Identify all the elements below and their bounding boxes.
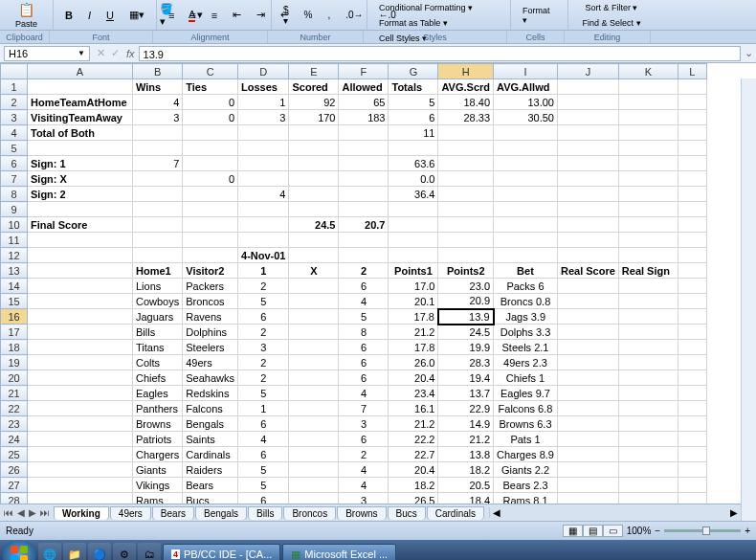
cell-E12[interactable]	[289, 248, 339, 263]
cell-B8[interactable]	[133, 187, 183, 202]
cell-C27[interactable]: Bears	[183, 478, 238, 493]
start-button[interactable]	[2, 541, 36, 560]
cell-E6[interactable]	[289, 156, 339, 171]
cell-C21[interactable]: Redskins	[183, 386, 238, 401]
cell-A5[interactable]	[28, 141, 133, 156]
cell-L7[interactable]	[678, 171, 706, 187]
percent-button[interactable]: %	[298, 7, 320, 23]
cell-F18[interactable]: 6	[339, 340, 389, 355]
cell-C25[interactable]: Cardinals	[183, 447, 238, 462]
taskbar-app-icon[interactable]: ⚙	[113, 543, 136, 560]
col-header-E[interactable]: E	[289, 64, 339, 79]
cell-E17[interactable]	[289, 325, 339, 340]
cell-C12[interactable]	[183, 248, 238, 263]
cell-F13[interactable]: 2	[339, 263, 389, 279]
cell-D26[interactable]: 5	[238, 462, 289, 478]
cell-A22[interactable]	[28, 401, 133, 416]
align-center-button[interactable]: ≡	[183, 7, 202, 24]
cell-B17[interactable]: Bills	[133, 325, 183, 340]
cell-K17[interactable]	[618, 325, 678, 340]
cell-I16[interactable]: Jags 3.9	[494, 309, 558, 325]
cell-K27[interactable]	[618, 478, 678, 493]
row-header-12[interactable]: 12	[1, 248, 28, 263]
sheet-tab-bills[interactable]: Bills	[248, 506, 282, 520]
cell-A1[interactable]	[28, 79, 133, 95]
sheet-tab-broncos[interactable]: Broncos	[283, 506, 336, 520]
cell-E25[interactable]	[289, 447, 339, 462]
format-button[interactable]: Format ▾	[516, 3, 563, 28]
cell-I18[interactable]: Steels 2.1	[494, 340, 558, 355]
cell-I15[interactable]: Broncs 0.8	[494, 294, 558, 309]
sheet-tab-bengals[interactable]: Bengals	[195, 506, 247, 520]
cell-H5[interactable]	[438, 141, 494, 156]
tab-next-icon[interactable]: ▶	[27, 507, 38, 518]
cell-A24[interactable]	[28, 432, 133, 447]
formula-input[interactable]: 13.9	[139, 46, 741, 61]
cell-F3[interactable]: 183	[339, 110, 389, 125]
cell-C7[interactable]: 0	[183, 171, 238, 187]
cell-H7[interactable]	[438, 171, 494, 187]
cell-I17[interactable]: Dolphs 3.3	[494, 325, 558, 340]
cell-H13[interactable]: Points2	[438, 263, 494, 279]
cell-F2[interactable]: 65	[339, 95, 389, 110]
sheet-tab-bucs[interactable]: Bucs	[388, 506, 426, 520]
cell-A15[interactable]	[28, 294, 133, 309]
cell-K3[interactable]	[618, 110, 678, 125]
border-button[interactable]: ▦▾	[122, 6, 151, 24]
row-header-22[interactable]: 22	[1, 401, 28, 416]
cell-K6[interactable]	[618, 156, 678, 171]
col-header-H[interactable]: H	[438, 64, 494, 79]
row-header-2[interactable]: 2	[1, 95, 28, 110]
row-header-14[interactable]: 14	[1, 279, 28, 294]
cell-B3[interactable]: 3	[133, 110, 183, 125]
cell-I9[interactable]	[494, 202, 558, 217]
cell-H4[interactable]	[438, 125, 494, 141]
cell-K22[interactable]	[618, 401, 678, 416]
cell-J23[interactable]	[557, 416, 618, 432]
cell-J13[interactable]: Real Score	[557, 263, 618, 279]
cell-H19[interactable]: 28.3	[438, 355, 494, 370]
cell-D19[interactable]: 2	[238, 355, 289, 370]
cell-J26[interactable]	[557, 462, 618, 478]
cell-I10[interactable]	[494, 217, 558, 233]
cell-H3[interactable]: 28.33	[438, 110, 494, 125]
taskbar-explorer-icon[interactable]: 📁	[63, 543, 86, 560]
cell-E22[interactable]	[289, 401, 339, 416]
sheet-tab-browns[interactable]: Browns	[337, 506, 386, 520]
cell-J17[interactable]	[557, 325, 618, 340]
cell-H8[interactable]	[438, 187, 494, 202]
cell-K24[interactable]	[618, 432, 678, 447]
row-header-26[interactable]: 26	[1, 462, 28, 478]
cell-A17[interactable]	[28, 325, 133, 340]
cell-E3[interactable]: 170	[289, 110, 339, 125]
cell-D16[interactable]: 6	[238, 309, 289, 325]
cell-J27[interactable]	[557, 478, 618, 493]
cell-F21[interactable]: 4	[339, 386, 389, 401]
cell-K16[interactable]	[618, 309, 678, 325]
grid[interactable]: ABCDEFGHIJKL1WinsTiesLossesScoredAllowed…	[0, 63, 707, 521]
cell-A8[interactable]: Sign: 2	[28, 187, 133, 202]
select-all-corner[interactable]	[1, 64, 28, 79]
cell-G24[interactable]: 22.2	[389, 432, 438, 447]
row-header-11[interactable]: 11	[1, 233, 28, 248]
conditional-formatting-button[interactable]: Conditional Formatting ▾	[372, 0, 479, 15]
cell-I20[interactable]: Chiefs 1	[494, 370, 558, 386]
format-as-table-button[interactable]: Format as Table ▾	[372, 15, 455, 31]
col-header-D[interactable]: D	[238, 64, 289, 79]
cell-G3[interactable]: 6	[389, 110, 438, 125]
cell-C13[interactable]: Visitor2	[183, 263, 238, 279]
taskbar-task-pbcc[interactable]: 4 PB/CC IDE - [CA...	[163, 544, 280, 560]
cell-F7[interactable]	[339, 171, 389, 187]
cell-L18[interactable]	[678, 340, 706, 355]
cell-H23[interactable]: 14.9	[438, 416, 494, 432]
cell-I3[interactable]: 30.50	[494, 110, 558, 125]
cell-J3[interactable]	[557, 110, 618, 125]
underline-button[interactable]: U	[100, 7, 121, 24]
cell-H6[interactable]	[438, 156, 494, 171]
cell-J18[interactable]	[557, 340, 618, 355]
indent-increase-button[interactable]: ⇥	[250, 6, 272, 24]
cell-J14[interactable]	[557, 279, 618, 294]
cell-H24[interactable]: 21.2	[438, 432, 494, 447]
cell-D12[interactable]: 4-Nov-01	[238, 248, 289, 263]
cell-B18[interactable]: Titans	[133, 340, 183, 355]
